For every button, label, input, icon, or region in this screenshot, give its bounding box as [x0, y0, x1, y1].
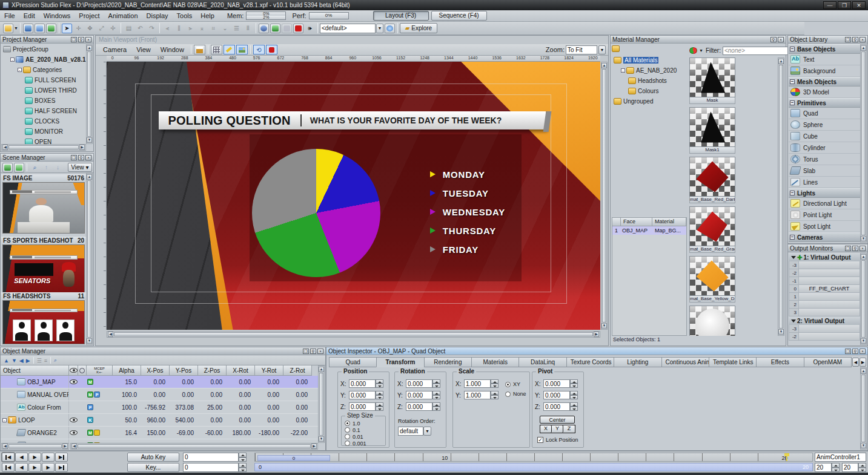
project-tree-item[interactable]: BOXES [1, 96, 86, 106]
move-in-icon[interactable]: ▶ [26, 358, 30, 364]
sequence-mode-button[interactable]: Sequence (F4) [431, 11, 487, 21]
zrot-value[interactable]: -22.00 [283, 430, 312, 436]
group-button[interactable]: ▤ [124, 24, 134, 33]
object-library-entry[interactable]: − Base Objects [789, 44, 860, 54]
controller-value-input[interactable] [842, 463, 858, 472]
step-back-button[interactable]: ◀ [15, 463, 28, 472]
xpos-value[interactable]: 0.00 [141, 379, 170, 385]
material-tree-item[interactable]: Colours [612, 86, 687, 96]
layout-mode-button[interactable]: Layout (F3) [373, 11, 429, 21]
material-thumbnail[interactable] [689, 306, 735, 336]
rotate-tool-button[interactable]: ✥ [85, 24, 95, 33]
expand-icon[interactable]: - [621, 68, 625, 73]
step-forward-button[interactable]: ▶ [42, 453, 55, 462]
go-start-button[interactable]: ◀ [2, 453, 15, 462]
object-row[interactable]: Colour From P 100.0 -756.92 373.08 25.00… [1, 401, 318, 414]
save-button[interactable] [23, 24, 33, 33]
import-scene-icon[interactable] [2, 163, 13, 172]
inspector-tab[interactable]: Texture Coords [566, 357, 614, 367]
object-library-entry[interactable]: − Cameras [789, 232, 860, 242]
output-layer-row[interactable]: 3 [789, 309, 860, 316]
object-library-entry[interactable]: − Primitives [789, 98, 860, 108]
object-library-entry[interactable]: − Lines [789, 177, 860, 188]
project-tree-hscrollbar[interactable]: ◀▶ [1, 144, 86, 151]
zpos-value[interactable]: -60.00 [198, 430, 227, 436]
material-cell[interactable]: Material29 [689, 306, 735, 336]
collapse-icon[interactable]: − [790, 191, 795, 195]
scale-x-spinner[interactable] [491, 379, 499, 388]
rotation-z-spinner[interactable] [432, 402, 440, 411]
inspector-vscrollbar[interactable]: ▲▼ [860, 367, 867, 450]
material-tree-item[interactable]: All Materials [612, 55, 687, 65]
viewport-hscrollbar[interactable]: ◀▶ [107, 331, 600, 338]
object-row[interactable]: ORANGE2 M 16.4 150.00 -69.00 -60.00 180.… [1, 427, 318, 439]
project-tree-item[interactable]: ProjectGroup [1, 44, 86, 54]
float-icon[interactable]: ❐ [71, 155, 77, 160]
refresh-view-icon[interactable]: ⟲ [253, 45, 265, 54]
pin-icon[interactable]: ⚲ [78, 155, 84, 160]
xrot-value[interactable]: 0.00 [227, 391, 255, 398]
output-layer-row[interactable]: -2 [789, 333, 860, 341]
rotation-order-select[interactable]: default ▼ [398, 427, 431, 436]
scene-card-fs-sports-headshot[interactable]: FS SPORTS HEADSHOT20 SENATORS [1, 237, 86, 296]
monitor-button[interactable] [282, 24, 292, 33]
inspector-tab[interactable]: Continuous Anim. [661, 357, 709, 367]
close-icon[interactable]: × [85, 37, 91, 42]
key-button[interactable]: Key... [127, 463, 179, 472]
distribute-v-icon[interactable]: ⫴ [243, 24, 253, 33]
pin-icon[interactable]: ⚲ [852, 246, 858, 251]
material-thumbnail[interactable] [689, 206, 735, 246]
record-view-icon[interactable] [266, 45, 277, 54]
alpha-value[interactable]: 100.0 [113, 404, 141, 411]
step-back-button[interactable]: ◀ [15, 453, 28, 462]
pivot-z-spinner[interactable] [570, 402, 578, 411]
select-tool-button[interactable]: ➤ [62, 24, 72, 33]
sort-up-icon[interactable]: ↑ [41, 163, 51, 172]
radio-icon[interactable] [345, 421, 350, 426]
rotation-x-spinner[interactable] [432, 379, 440, 388]
object-library-entry[interactable]: − Point Light [789, 209, 860, 221]
go-end-button[interactable]: ▶ [55, 453, 68, 462]
output-layer-row[interactable]: 0 FF_PIE_CHART [789, 285, 860, 293]
output-layer-row[interactable]: 1 [789, 293, 860, 301]
column-xpos[interactable]: X-Pos [141, 365, 170, 376]
column-alpha[interactable]: Alpha [113, 365, 141, 376]
rotation-y-input[interactable] [406, 391, 432, 399]
anim-controller-box[interactable]: AnimController1 [815, 453, 866, 462]
close-icon[interactable]: × [860, 246, 866, 251]
inspector-tab[interactable]: Quad [329, 357, 376, 367]
yrot-value[interactable]: 0.00 [255, 391, 283, 398]
pin-icon[interactable]: ⚲ [852, 37, 858, 42]
output-layer-row[interactable]: -3 [789, 261, 860, 269]
material-cell[interactable]: Mask1 [689, 107, 735, 154]
virtual-output-2-header[interactable]: 2: Virtual Output [789, 316, 860, 325]
controller-value-input[interactable] [815, 463, 832, 472]
scene-manager-vscrollbar[interactable]: ▲▼ [86, 173, 93, 345]
open-dropdown-arrow[interactable]: ▼ [14, 26, 18, 30]
material-tree-item[interactable]: - AE_NAB_2020 [612, 65, 687, 76]
pin-icon[interactable]: ⚲ [78, 37, 84, 42]
save-as-button[interactable] [46, 24, 56, 33]
alpha-value[interactable]: 100.0 [113, 391, 141, 398]
project-tree-item[interactable]: MONITOR [1, 126, 86, 137]
frame-spinner-buttons[interactable] [239, 453, 247, 462]
undo-button[interactable]: ↶ [135, 24, 145, 33]
live-output-button[interactable] [270, 24, 280, 33]
expand-icon[interactable]: - [2, 418, 7, 422]
timeline-segment[interactable]: 0 [257, 455, 330, 461]
open-project-button[interactable] [3, 24, 13, 33]
float-icon[interactable]: ❐ [845, 349, 851, 354]
pivot-tool-button[interactable]: ✢ [108, 24, 118, 33]
viewport-layout-icon[interactable] [194, 45, 205, 54]
visibility-eye-icon[interactable] [70, 430, 78, 435]
menu-help[interactable]: Help [196, 11, 219, 21]
play-button[interactable]: ▶ [28, 453, 41, 462]
preset-combobox[interactable] [320, 24, 376, 33]
project-tree-vscrollbar[interactable]: ▲▼ [86, 44, 93, 144]
material-tree-item[interactable]: Headshots [612, 76, 687, 86]
collapse-icon[interactable]: − [790, 100, 795, 105]
xpos-value[interactable]: 0.00 [141, 391, 170, 398]
move-down-icon[interactable]: ▼ [12, 358, 17, 364]
refresh-icon[interactable] [385, 24, 395, 33]
material-thumbnail[interactable] [689, 157, 735, 197]
